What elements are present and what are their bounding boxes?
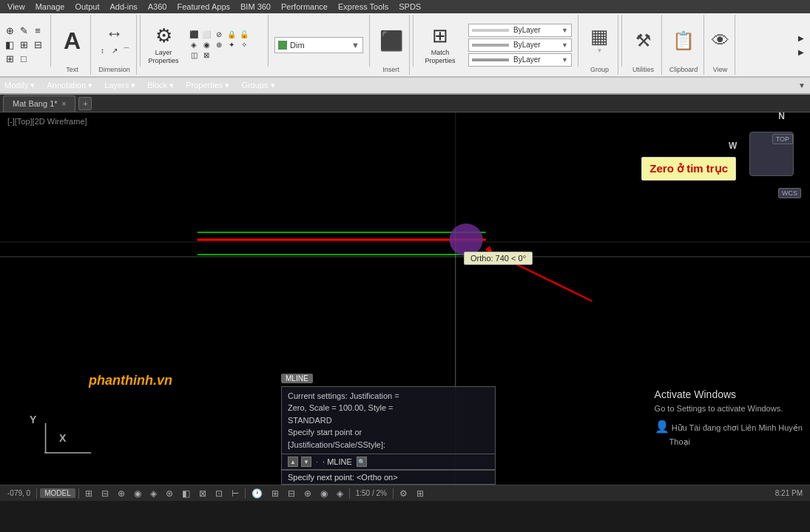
menu-view[interactable]: View [3,1,30,12]
ribbon-expand-right-2[interactable]: ▶ [795,47,807,58]
ribbon-group-utilities: ⚒ Utilities [625,15,662,75]
status-time: 8:21 PM [772,489,806,497]
dim-sub-1[interactable]: ↕ [98,45,108,57]
mline-badge: MLINE [281,374,313,383]
ribbon-group-view: 👁 View [706,15,735,75]
dim-style-label: Dim [290,41,305,50]
menu-featured[interactable]: Featured Apps [172,1,234,12]
new-tab-button[interactable]: + [78,97,92,110]
layer-tool-3[interactable]: ⊘ [213,30,225,39]
dim-color-box [278,41,287,50]
layer-tool-6[interactable]: ◈ [188,40,200,50]
ribbon-expand-btn[interactable]: ▼ [798,81,806,90]
status-dyn[interactable]: ⊛ [163,488,176,499]
ribbon-tab-layers[interactable]: Layers ▾ [104,81,135,90]
layer-tool-2[interactable]: ⬜ [200,30,212,39]
bylayer-row-2[interactable]: ByLayer ▼ [468,38,572,52]
quick-tool-4[interactable]: ◧ [3,38,16,51]
ribbon-tab-modify[interactable]: Modify ▾ [4,81,35,90]
layer-tool-7[interactable]: ◉ [200,40,212,50]
bylayer-3-label: ByLayer [513,55,541,64]
status-extra-3[interactable]: ◉ [317,488,331,499]
cmd-scroll-up[interactable]: ▲ [288,457,298,467]
wcs-button[interactable]: WCS [778,188,801,198]
quick-tool-1[interactable]: ⊕ [3,24,16,37]
status-polar[interactable]: ◉ [131,488,144,499]
ribbon-expand-right-1[interactable]: ▶ [795,33,807,44]
nav-west: W [729,141,737,151]
status-model[interactable]: MODEL [40,488,75,498]
tab-bar: Mat Bang 1* × + [0,95,810,112]
dim-sub-2[interactable]: ↗ [109,45,120,57]
layer-tool-8[interactable]: ⊕ [213,40,225,50]
ribbon-tab-block[interactable]: Block ▾ [147,81,174,90]
status-extra-5[interactable]: ⊞ [414,488,427,499]
status-tp[interactable]: ⊠ [196,488,209,499]
dim-sub-3[interactable]: ⌒ [121,45,132,57]
status-sc[interactable]: ⊢ [229,488,242,499]
status-sep-4 [349,488,350,499]
menu-output[interactable]: Output [70,1,104,12]
layer-properties-button[interactable]: ⚙ LayerProperties [144,15,183,75]
status-gear[interactable]: ⚙ [396,488,411,499]
layer-tool-10[interactable]: ✧ [238,40,250,50]
quick-tool-3[interactable]: ≡ [31,24,44,37]
quick-tool-8[interactable]: □ [17,53,30,65]
text-label: Text [66,64,78,73]
status-extra-2[interactable]: ⊕ [301,488,314,499]
match-properties-button[interactable]: ⊞ MatchProperties [416,15,464,75]
layer-tool-4[interactable]: 🔒 [226,30,237,39]
ribbon-tab-properties[interactable]: Properties ▾ [186,81,229,90]
menu-spds[interactable]: SPDS [394,1,425,12]
status-extra-4[interactable]: ◈ [334,488,346,499]
menu-performance[interactable]: Performance [277,1,332,12]
axis-x-label: X [59,432,66,444]
viewport[interactable]: [-][Top][2D Wireframe] [0,112,810,485]
layer-tool-9[interactable]: ✦ [226,40,237,50]
status-snap[interactable]: ⊞ [82,488,95,499]
command-input-area[interactable]: ▲ ▼ · · MLINE 🔍 [281,454,496,470]
layer-properties-label: LayerProperties [148,49,178,65]
dim-style-dropdown[interactable]: Dim ▼ [274,37,363,53]
nav-top-button[interactable]: TOP [772,134,793,144]
file-tab-close[interactable]: × [62,100,67,108]
quick-tool-2[interactable]: ✎ [17,24,30,37]
ribbon-tab-groups[interactable]: Groups ▾ [241,81,274,90]
nav-cube[interactable]: N TOP W S WCS [742,124,801,183]
layer-tool-5[interactable]: 🔓 [238,30,250,39]
status-scale[interactable]: 1:50 / 2% [353,489,390,497]
status-ortho[interactable]: ⊕ [115,488,128,499]
status-extra-1[interactable]: ⊟ [285,488,298,499]
status-grid[interactable]: ⊟ [98,488,112,499]
utilities-label: Utilities [632,64,654,73]
status-more[interactable]: ⊞ [269,488,282,499]
menu-bim360[interactable]: BIM 360 [236,1,275,12]
ortho-tooltip: Ortho: 740 < 0° [464,252,533,265]
quick-tool-5[interactable]: ⊞ [17,38,30,51]
nav-cube-inner[interactable]: TOP [749,132,794,176]
command-next-line[interactable]: Specify next point: <Ortho on> [281,470,496,485]
status-lw[interactable]: ◧ [179,488,193,499]
insert-label: Insert [382,64,399,73]
quick-tool-7[interactable]: ⊞ [3,53,16,65]
layer-tool-11[interactable]: ◫ [188,50,200,60]
match-properties-icon: ⊞ [432,24,448,47]
status-qp[interactable]: ⊡ [212,488,226,499]
status-osnap[interactable]: ◈ [147,488,160,499]
quick-tool-6[interactable]: ⊟ [31,38,44,51]
menu-manage[interactable]: Manage [31,1,70,12]
menu-a360[interactable]: A360 [144,1,172,12]
ribbon-tab-annotation[interactable]: Annotation ▾ [47,81,92,90]
cmd-scroll-down[interactable]: ▼ [301,457,311,467]
menu-express[interactable]: Express Tools [334,1,393,12]
bylayer-2-arrow: ▼ [561,41,568,49]
cmd-search[interactable]: 🔍 [357,457,367,467]
view-label: View [713,64,727,73]
layer-tool-1[interactable]: ⬛ [188,30,200,39]
bylayer-row-3[interactable]: ByLayer ▼ [468,53,572,67]
menu-addins[interactable]: Add-ins [105,1,141,12]
file-tab-active[interactable]: Mat Bang 1* × [3,95,75,112]
bylayer-row-1[interactable]: ByLayer ▼ [468,24,572,37]
ortho-text: Ortho: 740 < 0° [470,254,526,263]
layer-tool-12[interactable]: ⊠ [200,50,212,60]
